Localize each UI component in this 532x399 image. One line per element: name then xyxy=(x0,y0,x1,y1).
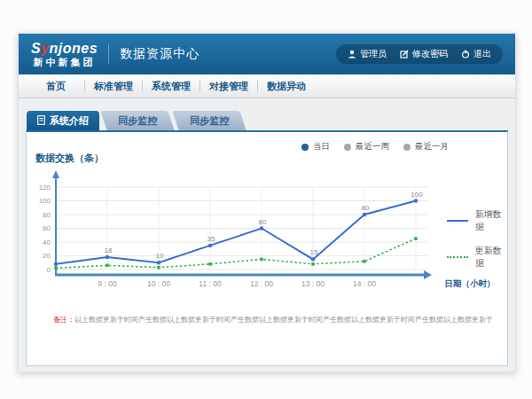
chart-panel: 当日 最近一周 最近一月 数据交换（条） 0204060801001209 : … xyxy=(26,130,508,366)
data-point xyxy=(106,255,109,259)
logout-label: 退出 xyxy=(473,48,491,60)
y-tick-label: 100 xyxy=(39,197,51,205)
legend-label: 更新数据 xyxy=(475,245,507,270)
tab-label: 同步监控 xyxy=(190,114,229,128)
tab-strip: 系统介绍 同步监控 同步监控 xyxy=(27,111,243,130)
x-tick-label: 14 : 00 xyxy=(353,279,376,288)
brand-subtitle: 新中新集团 xyxy=(31,58,98,67)
y-tick-label: 60 xyxy=(43,224,51,232)
chart-legend: 新增数据 更新数据 xyxy=(447,208,507,270)
x-axis-title: 日期（小时） xyxy=(445,278,496,289)
x-tick-label: 13 : 00 xyxy=(301,279,325,288)
y-tick-label: 80 xyxy=(43,211,51,219)
data-point xyxy=(208,244,212,247)
data-point xyxy=(363,260,366,263)
brand-logo: Synjones 新中新集团 xyxy=(31,42,98,67)
nav-item-system-mgmt[interactable]: 系统管理 xyxy=(143,80,200,93)
edit-icon xyxy=(400,50,409,59)
footnote: 备注：以上数据更新于时间产生数据以上数据更新于时间产生数据以上数据更新于时间产生… xyxy=(53,315,493,325)
y-tick-label: 0 xyxy=(47,266,51,274)
brand-s: S xyxy=(31,41,41,56)
header-divider xyxy=(108,44,109,64)
nav-item-standard-mgmt[interactable]: 标准管理 xyxy=(85,80,142,93)
filter-label: 当日 xyxy=(313,141,330,153)
point-value-label: 80 xyxy=(362,204,370,212)
point-value-label: 35 xyxy=(207,235,215,243)
footnote-text: 以上数据更新于时间产生数据以上数据更新于时间产生数据以上数据更新于时间产生数据以… xyxy=(74,316,493,324)
nav-item-interface-mgmt[interactable]: 对接管理 xyxy=(200,80,257,93)
y-tick-label: 40 xyxy=(43,239,51,246)
tab-sync-monitor-1[interactable]: 同步监控 xyxy=(100,111,174,130)
nav-item-data-change[interactable]: 数据异动 xyxy=(258,80,315,93)
x-tick-label: 9 : 00 xyxy=(98,279,117,288)
legend-label: 新增数据 xyxy=(475,208,507,233)
page-title: 数据资源中心 xyxy=(120,46,200,62)
point-value-label: 100 xyxy=(411,191,423,199)
user-icon xyxy=(348,50,356,59)
filter-label: 最近一周 xyxy=(356,141,389,153)
power-icon xyxy=(461,50,470,59)
data-point xyxy=(106,264,109,268)
data-point xyxy=(260,226,263,230)
y-axis-title: 数据交换（条） xyxy=(35,152,104,165)
nav-item-home[interactable]: 首页 xyxy=(27,80,84,93)
legend-item-new-data: 新增数据 xyxy=(447,208,507,233)
header-bar: Synjones 新中新集团 数据资源中心 管理员 修改密码 退出 xyxy=(19,34,515,74)
content-area: 系统介绍 同步监控 同步监控 当日 最近一周 最近一月 数据交换 xyxy=(19,98,515,372)
radio-unselected-icon[interactable] xyxy=(403,144,411,151)
data-point xyxy=(54,267,58,270)
tab-sync-monitor-2[interactable]: 同步监控 xyxy=(172,111,246,130)
user-button[interactable]: 管理员 xyxy=(348,48,387,60)
x-tick-label: 12 : 00 xyxy=(250,279,273,288)
data-point xyxy=(260,258,263,262)
main-nav: 首页 标准管理 系统管理 对接管理 数据异动 xyxy=(19,74,515,98)
tab-label: 同步监控 xyxy=(118,114,157,128)
filter-label: 最近一月 xyxy=(415,141,449,153)
filter-last-week[interactable]: 最近一周 xyxy=(344,141,389,153)
point-value-label: 10 xyxy=(156,252,164,260)
tab-label: 系统介绍 xyxy=(50,114,89,128)
line-chart: 0204060801001209 : 0010 : 0011 : 0012 : … xyxy=(27,166,507,299)
point-value-label: 15 xyxy=(310,248,318,256)
brand-rest: njones xyxy=(50,41,98,56)
y-tick-label: 120 xyxy=(39,184,51,192)
x-axis-arrow-icon xyxy=(424,270,432,279)
filter-last-month[interactable]: 最近一月 xyxy=(403,141,449,153)
green-dotted-line-sample-icon xyxy=(447,256,468,258)
brand-accent: y xyxy=(41,41,49,56)
point-value-label: 60 xyxy=(259,218,267,226)
data-point xyxy=(414,237,418,240)
period-filter-group: 当日 最近一周 最近一月 xyxy=(301,141,449,153)
radio-selected-icon[interactable] xyxy=(301,144,309,151)
blue-line-sample-icon xyxy=(447,220,468,222)
tab-system-intro[interactable]: 系统介绍 xyxy=(27,111,99,130)
data-point xyxy=(311,262,315,266)
data-point xyxy=(414,199,418,202)
app-window: Synjones 新中新集团 数据资源中心 管理员 修改密码 退出 首页 标准管… xyxy=(18,33,516,372)
data-point xyxy=(363,213,366,216)
user-menu: 管理员 修改密码 退出 xyxy=(336,44,503,64)
radio-unselected-icon[interactable] xyxy=(344,144,351,151)
legend-item-updated-data: 更新数据 xyxy=(447,245,507,270)
user-label: 管理员 xyxy=(360,48,387,60)
logout-button[interactable]: 退出 xyxy=(461,48,491,60)
data-point xyxy=(157,261,160,264)
y-tick-label: 20 xyxy=(43,252,51,260)
data-point xyxy=(208,262,212,266)
filter-today[interactable]: 当日 xyxy=(301,141,330,153)
change-password-button[interactable]: 修改密码 xyxy=(400,48,448,60)
x-tick-label: 11 : 00 xyxy=(199,279,222,288)
point-value-label: 18 xyxy=(105,246,113,254)
y-axis-arrow-icon xyxy=(52,170,59,178)
change-password-label: 修改密码 xyxy=(412,48,448,60)
data-point xyxy=(54,262,58,266)
document-icon xyxy=(37,115,45,127)
footnote-label: 备注： xyxy=(53,316,74,324)
brand-name: Synjones xyxy=(31,42,98,56)
data-point xyxy=(157,266,160,270)
x-tick-label: 10 : 00 xyxy=(147,279,170,288)
data-point xyxy=(311,257,315,261)
